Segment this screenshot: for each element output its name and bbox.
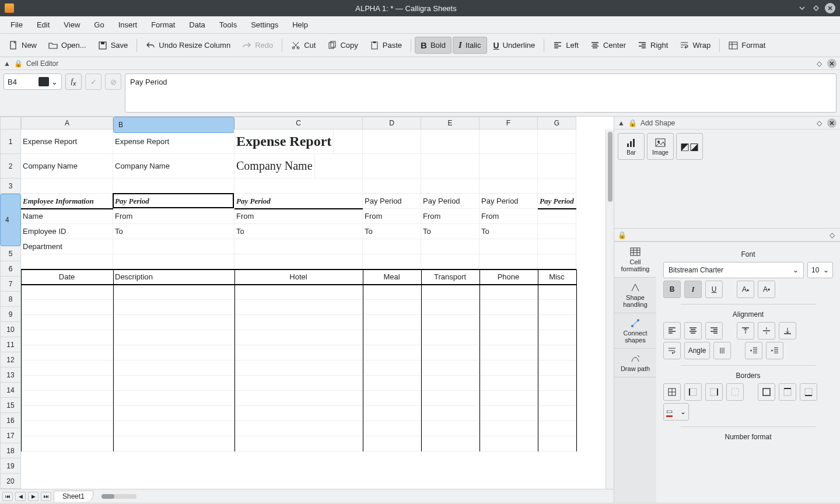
increase-indent-button[interactable] — [766, 342, 783, 359]
accept-button[interactable]: ✓ — [85, 74, 102, 90]
menu-settings[interactable]: Settings — [244, 18, 285, 32]
row-header-19[interactable]: 19 — [0, 459, 21, 474]
cell-B6[interactable]: To — [113, 224, 235, 239]
cancel-button[interactable]: ⊘ — [105, 74, 121, 90]
shape-more-button[interactable]: ◩◪ — [676, 133, 703, 160]
horizontal-scrollbar[interactable] — [102, 494, 136, 499]
font-italic-button[interactable]: I — [684, 281, 702, 298]
text-angle-button[interactable]: Angle — [684, 342, 710, 359]
row-header-9[interactable]: 9 — [0, 307, 21, 322]
row-header-14[interactable]: 14 — [0, 383, 21, 398]
cell-A5[interactable]: Name — [21, 209, 113, 224]
menu-view[interactable]: View — [57, 18, 87, 32]
window-close-icon[interactable] — [825, 3, 835, 13]
new-button[interactable]: New — [4, 38, 42, 53]
cell-G9[interactable]: Misc — [538, 270, 576, 285]
cell-C4[interactable]: Pay Period — [235, 194, 363, 209]
row-header-15[interactable]: 15 — [0, 398, 21, 413]
cell-D9[interactable]: Meal — [363, 270, 421, 285]
tool-draw-path[interactable]: Draw path — [614, 349, 656, 377]
redo-button[interactable]: Redo — [237, 38, 278, 53]
row-header-17[interactable]: 17 — [0, 428, 21, 443]
panel-close-icon[interactable] — [827, 118, 836, 128]
cell-B4[interactable]: Pay Period — [113, 194, 235, 209]
menu-file[interactable]: File — [4, 18, 30, 32]
tab-nav-next[interactable]: ▶ — [28, 492, 38, 501]
border-top-button[interactable] — [779, 383, 796, 401]
panel-diamond-icon[interactable]: ◇ — [827, 230, 836, 240]
col-header-A[interactable]: A — [21, 117, 113, 130]
halign-right-button[interactable] — [705, 322, 723, 340]
decrease-indent-button[interactable] — [745, 342, 762, 359]
cell-D4[interactable]: Pay Period — [363, 194, 421, 209]
row-header-11[interactable]: 11 — [0, 337, 21, 352]
tab-nav-last[interactable]: ⏭ — [41, 492, 51, 501]
cell-D5[interactable]: From — [363, 209, 421, 224]
cell-A4[interactable]: Employee Information — [21, 194, 113, 209]
tool-connect-shapes[interactable]: Connect shapes — [614, 313, 656, 349]
cell-E5[interactable]: From — [421, 209, 480, 224]
border-bottom-button[interactable] — [800, 383, 817, 401]
cell-F5[interactable]: From — [480, 209, 538, 224]
bold-button[interactable]: BBold — [415, 37, 452, 54]
valign-top-button[interactable] — [737, 322, 754, 340]
shape-image-button[interactable]: Image — [647, 133, 674, 160]
shape-bar-button[interactable]: Bar — [618, 133, 645, 160]
row-header-12[interactable]: 12 — [0, 352, 21, 368]
formula-input[interactable]: Pay Period — [125, 74, 836, 113]
lock-icon[interactable]: 🔒 — [628, 119, 637, 127]
cell-E9[interactable]: Transport — [421, 270, 480, 285]
function-wizard-button[interactable]: fx — [65, 74, 82, 90]
valign-middle-button[interactable] — [758, 322, 775, 340]
menu-edit[interactable]: Edit — [30, 18, 57, 32]
cell-A6[interactable]: Employee ID — [21, 224, 113, 239]
col-header-D[interactable]: D — [363, 117, 421, 130]
cell-B9[interactable]: Description — [113, 270, 235, 285]
cell-F6[interactable]: To — [480, 224, 538, 239]
row-header-16[interactable]: 16 — [0, 413, 21, 428]
cell-G4[interactable]: Pay Period — [538, 194, 576, 209]
border-color-button[interactable]: ▭⌄ — [663, 403, 689, 421]
panel-close-icon[interactable] — [827, 59, 836, 68]
border-outline-button[interactable] — [758, 383, 775, 401]
panel-diamond-icon[interactable]: ◇ — [814, 118, 824, 128]
border-right-button[interactable] — [705, 383, 723, 401]
panel-diamond-icon[interactable]: ◇ — [814, 59, 824, 68]
font-bold-button[interactable]: B — [663, 281, 681, 298]
cell-B2[interactable]: Company Name — [113, 154, 235, 178]
row-header-4[interactable]: 4 — [0, 194, 21, 246]
align-left-button[interactable]: Left — [548, 38, 584, 53]
menu-help[interactable]: Help — [285, 18, 315, 32]
menu-go[interactable]: Go — [87, 18, 111, 32]
cell-A9[interactable]: Date — [21, 270, 113, 285]
align-right-button[interactable]: Right — [632, 38, 673, 53]
row-header-7[interactable]: 7 — [0, 276, 21, 292]
cell-F9[interactable]: Phone — [480, 270, 538, 285]
row-header-3[interactable]: 3 — [0, 178, 21, 194]
row-header-1[interactable]: 1 — [0, 130, 21, 154]
paste-button[interactable]: Paste — [365, 38, 407, 53]
font-subscript-button[interactable]: A▾ — [758, 281, 775, 298]
row-headers[interactable]: 1234567891011121314151617181920 — [0, 130, 21, 489]
cut-button[interactable]: Cut — [286, 38, 321, 53]
vertical-scrollbar[interactable] — [606, 130, 614, 489]
menu-tools[interactable]: Tools — [212, 18, 244, 32]
lock-icon[interactable]: 🔒 — [14, 60, 23, 68]
save-button[interactable]: Save — [93, 38, 134, 53]
col-header-G[interactable]: G — [538, 117, 576, 130]
font-superscript-button[interactable]: A▴ — [737, 281, 754, 298]
window-minimize-icon[interactable] — [797, 3, 807, 13]
window-maximize-icon[interactable] — [811, 3, 821, 13]
wrap-button[interactable]: Wrap — [674, 38, 716, 53]
border-all-button[interactable] — [663, 383, 681, 401]
spreadsheet-grid[interactable]: Expense ReportExpense ReportExpense Repo… — [21, 130, 606, 489]
menu-format[interactable]: Format — [144, 18, 182, 32]
cell-E6[interactable]: To — [421, 224, 480, 239]
select-all-corner[interactable] — [0, 117, 21, 130]
menu-insert[interactable]: Insert — [111, 18, 145, 32]
tab-nav-prev[interactable]: ◀ — [15, 492, 26, 501]
cell-D6[interactable]: To — [363, 224, 421, 239]
col-header-E[interactable]: E — [421, 117, 480, 130]
halign-left-button[interactable] — [663, 322, 681, 340]
cell-C5[interactable]: From — [235, 209, 363, 224]
